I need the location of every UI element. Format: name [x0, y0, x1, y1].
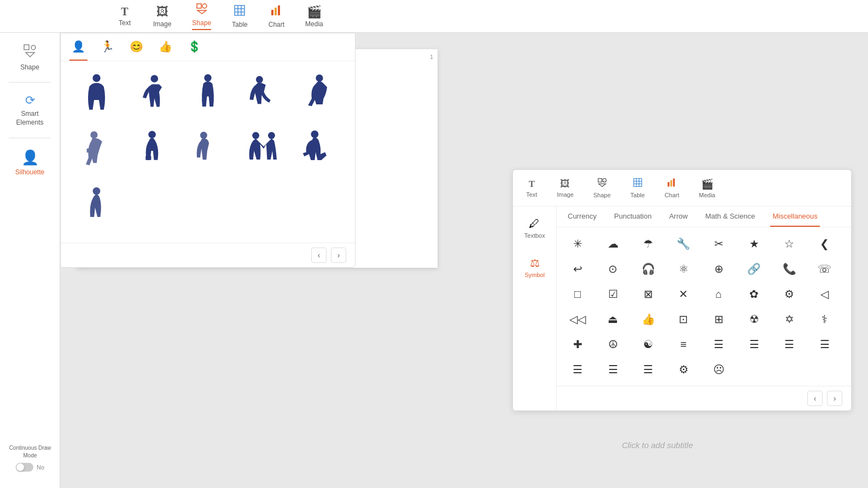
sym-cell-lines-5[interactable]: ☰	[563, 357, 592, 381]
sym-cell-atom[interactable]: ⚛	[669, 257, 698, 281]
sym-cell-eject[interactable]: ⏏	[599, 307, 627, 331]
sym-toolbar-table[interactable]: Table	[626, 175, 649, 201]
svg-rect-37	[671, 180, 672, 186]
silhouette-cell-11[interactable]	[69, 181, 123, 236]
sym-cell-lines-1[interactable]: ☰	[704, 332, 733, 356]
sym-cell-star-filled[interactable]: ★	[740, 232, 768, 256]
sym-cell-phone-filled[interactable]: 📞	[775, 257, 803, 281]
toolbar-text[interactable]: T Text	[109, 2, 140, 30]
sidebar-item-shape[interactable]: Shape	[5, 38, 55, 77]
silhouette-cell-7[interactable]	[125, 125, 179, 179]
sym-cell-checkbox[interactable]: ☑	[599, 282, 627, 306]
sym-cell-circle-dot[interactable]: ⊙	[599, 257, 627, 281]
shape-tab-dollar[interactable]: 💲	[185, 33, 203, 61]
continuous-draw-toggle[interactable]	[16, 463, 33, 472]
sym-cell-wrench[interactable]: 🔧	[669, 232, 698, 256]
svg-rect-36	[668, 182, 669, 186]
sym-toolbar-media[interactable]: 🎬 Media	[695, 176, 720, 201]
sym-image-label: Image	[557, 191, 574, 198]
sym-cell-flower[interactable]: ✿	[740, 282, 768, 306]
sym-cell-x-mark[interactable]: ✕	[669, 282, 698, 306]
toolbar-table[interactable]: Table	[224, 1, 255, 32]
sym-cat-punctuation[interactable]: Punctuation	[612, 207, 654, 227]
sym-cell-cloud[interactable]: ☁	[599, 232, 627, 256]
shape-tab-runner[interactable]: 🏃	[98, 33, 116, 61]
sym-cell-yin-yang[interactable]: ☯	[634, 332, 662, 356]
sym-cell-phone-old[interactable]: ☏	[811, 257, 839, 281]
sym-cell-gear[interactable]: ⚙	[775, 282, 803, 306]
silhouette-cell-8[interactable]	[181, 125, 235, 179]
sym-cell-star-empty[interactable]: ☆	[775, 232, 803, 256]
sym-cell-headset[interactable]: 🎧	[634, 257, 662, 281]
symbol-panel-body: 🖊 Textbox ⚖ Symbol Currency Punctuation …	[513, 207, 851, 410]
sym-cat-arrow[interactable]: Arrow	[667, 207, 690, 227]
sym-toolbar-shape[interactable]: Shape	[589, 175, 615, 201]
silhouette-cell-2[interactable]	[125, 68, 179, 122]
shape-tab-hand[interactable]: 👍	[156, 33, 174, 61]
sym-cell-link[interactable]: 🔗	[740, 257, 768, 281]
shape-next-button[interactable]: ›	[331, 248, 346, 263]
sym-toolbar-image[interactable]: 🖼 Image	[552, 176, 578, 200]
sym-cell-rectangle[interactable]: □	[563, 282, 592, 306]
svg-rect-38	[673, 179, 675, 187]
sym-text-icon: T	[528, 179, 534, 190]
sym-cell-umbrella[interactable]: ☂	[634, 232, 662, 256]
silhouette-cell-3[interactable]	[181, 68, 235, 122]
silhouette-cell-4[interactable]	[237, 68, 290, 122]
sym-cell-sun[interactable]: ✳	[563, 232, 592, 256]
sym-cell-plus-circle[interactable]: ⊕	[704, 257, 733, 281]
silhouette-cell-6[interactable]	[69, 125, 123, 179]
silhouette-cell-9[interactable]	[237, 125, 290, 179]
canvas-subtitle-2[interactable]: Click to add subtitle	[622, 440, 693, 450]
sym-cell-lines-6[interactable]: ☰	[599, 357, 627, 381]
sym-cell-scissors[interactable]: ✂	[704, 232, 733, 256]
toolbar-image[interactable]: 🖼 Image	[145, 2, 179, 31]
shape-prev-button[interactable]: ‹	[311, 248, 327, 263]
sym-cell-radioactive[interactable]: ☢	[740, 307, 768, 331]
sym-textbox-item[interactable]: 🖊 Textbox	[520, 213, 550, 243]
toolbar-shape[interactable]: Shape	[184, 0, 219, 33]
sym-toolbar-text[interactable]: T Text	[522, 177, 541, 200]
sym-toolbar-chart[interactable]: Chart	[660, 175, 684, 201]
symbol-next-button[interactable]: ›	[827, 391, 842, 406]
toolbar-media[interactable]: 🎬 Media	[298, 2, 331, 31]
sym-cell-thumbs-up[interactable]: 👍	[634, 307, 662, 331]
sym-cell-star-of-david[interactable]: ✡	[775, 307, 803, 331]
sym-cell-triple-bar[interactable]: ≡	[669, 332, 698, 356]
shape-tab-person[interactable]: 👤	[69, 33, 88, 61]
sym-cat-currency[interactable]: Currency	[566, 207, 599, 227]
sym-cell-cross[interactable]: ✚	[563, 332, 592, 356]
shape-tabs: 👤 🏃 😊 👍 💲	[61, 33, 355, 61]
sym-cell-settings[interactable]: ⚙	[669, 357, 698, 381]
sidebar-item-smart[interactable]: ⟳ Smart Elements	[5, 88, 55, 132]
sym-cell-sad-face[interactable]: ☹	[704, 357, 733, 381]
symbol-prev-button[interactable]: ‹	[807, 391, 823, 406]
sym-cell-lines-4[interactable]: ☰	[811, 332, 839, 356]
svg-point-21	[148, 131, 156, 139]
silhouette-cell-10[interactable]	[293, 125, 346, 179]
sym-cell-chevron-left[interactable]: ❮	[811, 232, 839, 256]
silhouette-cell-1[interactable]	[69, 68, 123, 122]
sym-cell-key-arrow[interactable]: ⊡	[669, 307, 698, 331]
sym-cell-lines-2[interactable]: ☰	[740, 332, 768, 356]
shape-tab-face[interactable]: 😊	[127, 33, 145, 61]
sym-cell-medical[interactable]: ⚕	[811, 307, 839, 331]
sym-cell-peace[interactable]: ☮	[599, 332, 627, 356]
sym-cell-lines-7[interactable]: ☰	[634, 357, 662, 381]
sidebar-item-silhouette[interactable]: 👤 Silhouette	[5, 144, 55, 181]
sym-cell-house[interactable]: ⌂	[704, 282, 733, 306]
toggle-label: No	[37, 464, 44, 471]
sym-cell-return[interactable]: ↩	[563, 257, 592, 281]
sym-symbol-item[interactable]: ⚖ Symbol	[520, 252, 549, 283]
sym-cat-misc[interactable]: Miscellaneous	[770, 207, 819, 227]
shape-panel: 👤 🏃 😊 👍 💲	[60, 33, 356, 268]
shape-grid	[61, 61, 355, 243]
toolbar-chart[interactable]: Chart	[261, 1, 292, 32]
sym-cell-grid-box[interactable]: ⊞	[704, 307, 733, 331]
sym-cat-math[interactable]: Math & Science	[703, 207, 757, 227]
sym-cell-x-box[interactable]: ⊠	[634, 282, 662, 306]
sym-cell-lines-3[interactable]: ☰	[775, 332, 803, 356]
silhouette-cell-5[interactable]	[293, 68, 346, 122]
sym-cell-arrow-left[interactable]: ◁	[811, 282, 839, 306]
sym-cell-arrow-dbl-left[interactable]: ◁◁	[563, 307, 592, 331]
